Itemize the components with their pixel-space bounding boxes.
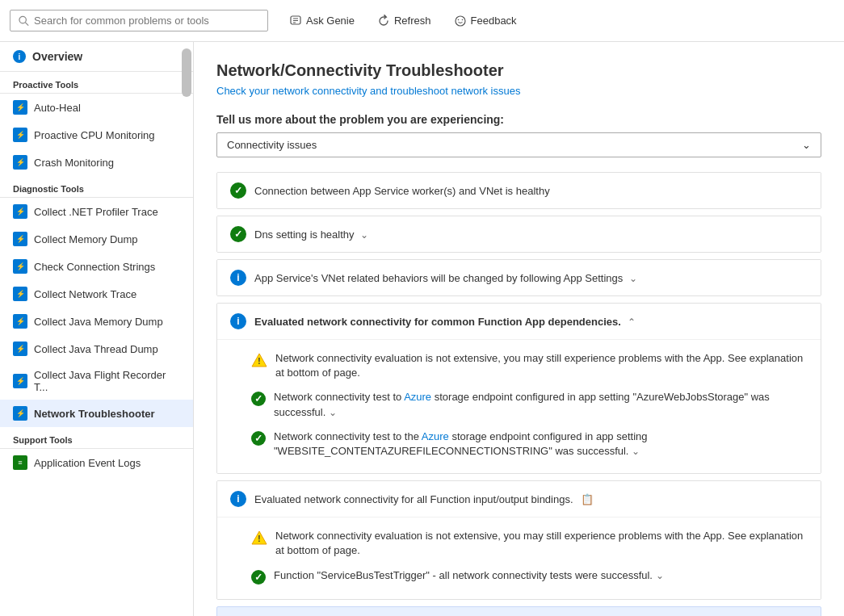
svg-point-8 — [461, 19, 463, 20]
sidebar-label-crash-monitoring: Crash Monitoring — [34, 157, 114, 169]
ask-genie-label: Ask Genie — [306, 15, 355, 27]
problem-label: Tell us more about the problem you are e… — [216, 113, 821, 126]
sidebar-item-connection-strings[interactable]: ⚡ Check Connection Strings — [0, 253, 193, 280]
search-input[interactable] — [34, 15, 259, 27]
scrollbar[interactable] — [182, 48, 191, 97]
sidebar: i Overview Proactive Tools ⚡ Auto-Heal ⚡… — [0, 42, 194, 616]
java-memory-icon: ⚡ — [13, 314, 27, 329]
genie-icon — [289, 15, 302, 27]
sidebar-item-auto-heal[interactable]: ⚡ Auto-Heal — [0, 94, 193, 121]
feedback-button[interactable]: Feedback — [449, 11, 522, 31]
topbar: Ask Genie Refresh Feedback — [0, 0, 844, 42]
auto-heal-icon: ⚡ — [13, 100, 27, 115]
vnet-title: Connection between App Service worker(s)… — [254, 185, 808, 197]
func-deps-check1-text: Network connectivity test to Azure stora… — [274, 390, 808, 419]
func-deps-check2-text: Network connectivity test to the Azure s… — [274, 430, 808, 459]
sidebar-item-java-memory[interactable]: ⚡ Collect Java Memory Dump — [0, 308, 193, 335]
vnet-check-icon — [230, 182, 246, 199]
sidebar-item-java-thread[interactable]: ⚡ Collect Java Thread Dump — [0, 335, 193, 362]
sidebar-item-net-profiler[interactable]: ⚡ Collect .NET Profiler Trace — [0, 198, 193, 225]
overview-icon: i — [13, 50, 26, 63]
func-bindings-check1: Function "ServiceBusTestTrigger" - all n… — [251, 564, 808, 589]
result-card-vnet-header[interactable]: Connection between App Service worker(s)… — [217, 173, 821, 208]
func-deps-check2-toggle[interactable]: ⌄ — [632, 446, 640, 457]
sidebar-item-cpu-monitoring[interactable]: ⚡ Proactive CPU Monitoring — [0, 121, 193, 149]
page-title: Network/Connectivity Troubleshooter — [216, 61, 821, 80]
problem-dropdown[interactable]: Connectivity issues ⌄ — [216, 132, 821, 157]
func-deps-check2: Network connectivity test to the Azure s… — [251, 425, 808, 463]
result-card-vnet-settings: i App Service's VNet related behaviors w… — [216, 259, 821, 296]
func-deps-check1-icon — [251, 392, 266, 406]
memory-dump-icon: ⚡ — [13, 232, 27, 246]
overview-label: Overview — [32, 50, 82, 63]
feedback-label: Feedback — [471, 15, 517, 27]
svg-text:!: ! — [258, 534, 260, 543]
sidebar-label-app-event-logs: Application Event Logs — [34, 457, 141, 469]
topbar-actions: Ask Genie Refresh Feedback — [284, 11, 522, 31]
sidebar-label-net-profiler: Collect .NET Profiler Trace — [34, 206, 158, 218]
func-deps-title: Evaluated network connectivity for commo… — [254, 316, 808, 328]
result-card-func-deps-header[interactable]: i Evaluated network connectivity for com… — [217, 304, 821, 339]
section-title-diagnostic: Diagnostic Tools — [0, 176, 193, 198]
sidebar-item-memory-dump[interactable]: ⚡ Collect Memory Dump — [0, 225, 193, 253]
sidebar-label-java-thread: Collect Java Thread Dump — [34, 343, 158, 355]
func-bindings-warn-text: Network connectivity evaluation is not e… — [275, 529, 808, 558]
dns-check-icon — [230, 226, 246, 242]
refresh-label: Refresh — [394, 15, 431, 27]
sidebar-item-java-flight[interactable]: ⚡ Collect Java Flight Recorder T... — [0, 362, 193, 400]
svg-text:!: ! — [258, 357, 260, 366]
copy-icon[interactable]: 📋 — [581, 493, 594, 505]
refresh-button[interactable]: Refresh — [372, 11, 436, 31]
section-title-support: Support Tools — [0, 427, 193, 449]
result-card-dns-header[interactable]: Dns setting is healthy ⌄ — [217, 216, 821, 252]
sidebar-item-network-trace[interactable]: ⚡ Collect Network Trace — [0, 280, 193, 308]
func-deps-warn-text: Network connectivity evaluation is not e… — [275, 351, 808, 380]
sidebar-item-crash-monitoring[interactable]: ⚡ Crash Monitoring — [0, 149, 193, 176]
crash-monitoring-icon: ⚡ — [13, 155, 27, 170]
dropdown-value: Connectivity issues — [227, 139, 317, 151]
svg-line-1 — [25, 22, 28, 25]
sidebar-label-java-memory: Collect Java Memory Dump — [34, 316, 163, 328]
sidebar-label-network-troubleshooter: Network Troubleshooter — [34, 408, 155, 420]
section-title-proactive: Proactive Tools — [0, 72, 193, 94]
sidebar-item-overview[interactable]: i Overview — [0, 42, 193, 72]
sidebar-label-memory-dump: Collect Memory Dump — [34, 233, 138, 245]
vnet-settings-chevron-icon: ⌄ — [629, 273, 637, 284]
vnet-settings-title: App Service's VNet related behaviors wil… — [254, 272, 808, 284]
page-subtitle: Check your network connectivity and trou… — [216, 85, 821, 97]
sidebar-label-java-flight: Collect Java Flight Recorder T... — [34, 369, 180, 393]
func-deps-check1: Network connectivity test to Azure stora… — [251, 385, 808, 424]
network-trace-icon: ⚡ — [13, 287, 27, 301]
cpu-monitoring-icon: ⚡ — [13, 128, 27, 142]
connection-strings-icon: ⚡ — [13, 259, 27, 274]
java-flight-icon: ⚡ — [13, 374, 27, 388]
sidebar-item-app-event-logs[interactable]: ≡ Application Event Logs — [0, 449, 193, 476]
sidebar-label-network-trace: Collect Network Trace — [34, 288, 136, 300]
warn-triangle-icon: ! — [251, 353, 267, 370]
sidebar-label-auto-heal: Auto-Heal — [34, 102, 81, 114]
svg-point-6 — [456, 16, 465, 26]
sidebar-item-network-troubleshooter[interactable]: ⚡ Network Troubleshooter — [0, 400, 193, 427]
main-layout: i Overview Proactive Tools ⚡ Auto-Heal ⚡… — [0, 42, 844, 616]
func-bindings-check1-icon — [251, 570, 266, 585]
java-thread-icon: ⚡ — [13, 342, 27, 356]
result-card-func-deps: i Evaluated network connectivity for com… — [216, 303, 821, 474]
result-card-func-bindings-header[interactable]: i Evaluated network connectivity for all… — [217, 481, 821, 517]
chevron-down-icon: ⌄ — [802, 139, 811, 151]
net-profiler-icon: ⚡ — [13, 204, 27, 219]
explanation-card[interactable]: Explanation of the results and recommend… — [216, 606, 821, 617]
func-deps-check2-icon — [251, 431, 266, 446]
func-bindings-warn-icon: ! — [251, 530, 267, 547]
func-bindings-check1-toggle[interactable]: ⌄ — [656, 570, 664, 581]
search-box[interactable] — [10, 10, 268, 31]
ask-genie-button[interactable]: Ask Genie — [284, 11, 359, 31]
func-bindings-info-icon: i — [230, 491, 246, 507]
result-card-vnet-settings-header[interactable]: i App Service's VNet related behaviors w… — [217, 260, 821, 295]
func-deps-chevron-icon: ⌃ — [628, 316, 636, 328]
result-card-func-deps-body: ! Network connectivity evaluation is not… — [217, 339, 821, 473]
feedback-icon — [454, 15, 467, 27]
network-troubleshooter-icon: ⚡ — [13, 406, 27, 421]
func-deps-check1-toggle[interactable]: ⌄ — [329, 407, 337, 418]
func-bindings-title: Evaluated network connectivity for all F… — [254, 493, 808, 505]
result-card-func-bindings-body: ! Network connectivity evaluation is not… — [217, 517, 821, 598]
